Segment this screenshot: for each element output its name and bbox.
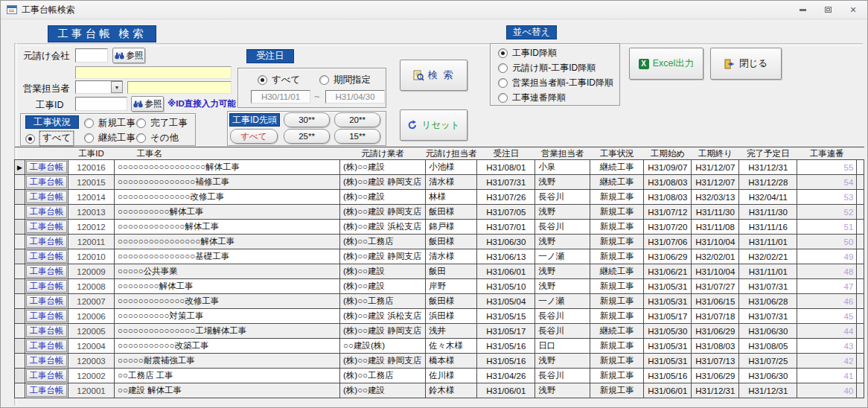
- cell-start-date: H31/05/17: [644, 309, 692, 324]
- open-ledger-button[interactable]: 工事台帳: [26, 340, 67, 352]
- open-ledger-button[interactable]: 工事台帳: [26, 295, 67, 307]
- date-range-separator: ~: [314, 92, 319, 102]
- client-ref-button[interactable]: 参照: [112, 48, 145, 63]
- id-prefix-button-30[interactable]: 30**: [284, 112, 330, 127]
- record-selector[interactable]: [15, 309, 25, 324]
- record-selector[interactable]: [15, 235, 25, 249]
- cell-end-date: H31/11/08: [692, 220, 739, 235]
- table-row: 工事台帳 120012 ○○○○○○○○○○○○○解体工事 (株)○○建設 浜松…: [15, 220, 864, 235]
- record-selector[interactable]: [15, 324, 25, 339]
- table-row: 工事台帳 120008 ○○○○○○○○解体工事 (株)○○建設 岸野 H31/…: [15, 279, 864, 294]
- project-id-ref-button[interactable]: 参照: [131, 96, 164, 112]
- open-ledger-button[interactable]: 工事台帳: [26, 250, 67, 263]
- close-button[interactable]: ×: [842, 2, 864, 17]
- cell-contact: 林様: [426, 190, 477, 205]
- open-ledger-button[interactable]: 工事台帳: [26, 205, 67, 218]
- id-prefix-button-25[interactable]: 25**: [284, 129, 330, 144]
- record-selector[interactable]: [15, 264, 25, 279]
- status-option-new[interactable]: 新規工事: [84, 117, 135, 130]
- status-option-continue[interactable]: 継続工事: [84, 132, 135, 144]
- order-date-option-all[interactable]: すべて: [258, 74, 300, 86]
- sort-option-seq[interactable]: 工事連番降順: [498, 92, 566, 104]
- cell-project-name: ○○○○○公共事業: [115, 264, 340, 279]
- cell-tail-spacer: [857, 175, 864, 190]
- results-table: 工事ID工事名元請け業者元請け担当者受注日営業担当者工事状況工期始め工期終り完了…: [14, 147, 864, 398]
- exit-door-icon: [724, 59, 735, 69]
- order-date-to-input[interactable]: [325, 90, 385, 103]
- cell-tail-spacer: [857, 249, 864, 264]
- cell-contact: 飯田様: [426, 294, 477, 309]
- cell-status: 継続工事: [590, 160, 644, 175]
- order-date-from-input[interactable]: [251, 90, 310, 103]
- id-prefix-button-15[interactable]: 15**: [334, 129, 380, 144]
- table-row: 工事台帳 120011 ○○○○○○○○○○○○○○○○解体工事 (株)○○工務…: [15, 235, 864, 249]
- close-icon: ×: [850, 4, 856, 15]
- cell-order-date: H31/07/01: [477, 220, 535, 235]
- ledger-button-cell: 工事台帳: [25, 339, 68, 354]
- cell-tail-spacer: [857, 279, 864, 294]
- restore-button[interactable]: [817, 2, 839, 17]
- sort-option-id-desc[interactable]: 工事ID降順: [498, 47, 557, 60]
- search-button[interactable]: 検 索: [400, 60, 467, 91]
- close-form-button[interactable]: 閉じる: [710, 48, 782, 80]
- cell-status: 継続工事: [590, 324, 644, 339]
- open-ledger-button[interactable]: 工事台帳: [26, 235, 67, 248]
- cell-order-date: H31/05/16: [477, 339, 535, 354]
- cell-contact: 橋本様: [426, 354, 477, 369]
- open-ledger-button[interactable]: 工事台帳: [26, 310, 67, 322]
- id-prefix-button-20[interactable]: 20**: [334, 112, 380, 127]
- cell-order-date: H31/06/30: [477, 235, 535, 249]
- reset-button[interactable]: リセット: [400, 109, 467, 141]
- form-header-divider: [14, 43, 863, 46]
- column-header: 工事状況: [590, 147, 644, 160]
- cell-contact: 飯田: [426, 264, 477, 279]
- open-ledger-button[interactable]: 工事台帳: [26, 161, 67, 173]
- record-selector[interactable]: [15, 354, 25, 369]
- record-selector[interactable]: [15, 294, 25, 309]
- record-selector[interactable]: [15, 279, 25, 294]
- minimize-button[interactable]: [791, 2, 814, 17]
- id-prefix-button-all[interactable]: すべて: [230, 129, 278, 144]
- project-id-input[interactable]: [75, 97, 127, 111]
- cell-contact: 浜田様: [426, 309, 477, 324]
- status-option-all[interactable]: すべて: [25, 131, 74, 146]
- record-selector[interactable]: [15, 369, 25, 383]
- order-date-option-range[interactable]: 期間指定: [319, 74, 371, 86]
- open-ledger-button[interactable]: 工事台帳: [26, 384, 67, 397]
- reset-icon: [407, 120, 418, 130]
- cell-contractor: (株)○○建設 静岡支店: [340, 249, 426, 264]
- record-selector[interactable]: [15, 190, 25, 205]
- open-ledger-button[interactable]: 工事台帳: [26, 191, 67, 203]
- record-selector[interactable]: [15, 220, 25, 235]
- status-option-done[interactable]: 完了工事: [136, 117, 188, 130]
- cell-status: 新規工事: [590, 354, 644, 369]
- status-option-other[interactable]: その他: [136, 132, 179, 144]
- record-selector[interactable]: [15, 205, 25, 220]
- cell-due-date: H32/02/21: [739, 249, 797, 264]
- record-selector[interactable]: ▶: [15, 160, 25, 175]
- cell-sales-person: 浅野: [535, 205, 590, 220]
- client-id-input[interactable]: [75, 48, 108, 63]
- open-ledger-button[interactable]: 工事台帳: [26, 220, 67, 233]
- open-ledger-button[interactable]: 工事台帳: [26, 280, 67, 293]
- cell-contact: 佐々木様: [426, 339, 477, 354]
- cell-contact: 清水様: [426, 249, 477, 264]
- sort-option-client[interactable]: 元請け順-工事ID降順: [498, 62, 596, 74]
- record-selector[interactable]: [15, 249, 25, 264]
- cell-end-date: H31/06/15: [692, 294, 739, 309]
- sort-option-sales[interactable]: 営業担当者順-工事ID降順: [498, 77, 613, 89]
- record-selector[interactable]: [15, 339, 25, 354]
- open-ledger-button[interactable]: 工事台帳: [26, 325, 67, 337]
- binoculars-icon: [115, 52, 124, 60]
- sales-combo-dropdown[interactable]: ▼: [111, 81, 123, 93]
- cell-start-date: H31/07/12: [644, 205, 692, 220]
- ledger-button-cell: 工事台帳: [25, 249, 68, 264]
- record-selector[interactable]: [15, 175, 25, 190]
- record-selector[interactable]: [15, 383, 25, 398]
- open-ledger-button[interactable]: 工事台帳: [26, 369, 67, 382]
- cell-due-date: H31/06/30: [739, 324, 797, 339]
- excel-export-button[interactable]: X Excel出力: [629, 48, 703, 80]
- open-ledger-button[interactable]: 工事台帳: [26, 265, 67, 278]
- open-ledger-button[interactable]: 工事台帳: [26, 354, 67, 367]
- open-ledger-button[interactable]: 工事台帳: [26, 176, 67, 188]
